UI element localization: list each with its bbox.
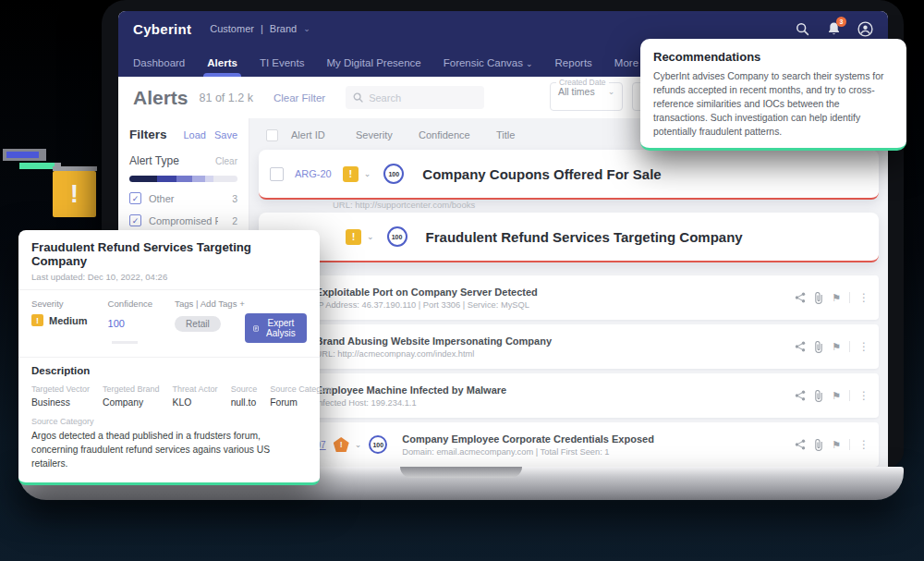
nav-dashboard[interactable]: Dashboard (133, 57, 185, 77)
confidence-ring: 100 (383, 164, 404, 184)
alert-title[interactable]: Exploitable Port on Company Server Detec… (316, 287, 538, 298)
severity-warning-icon: ! (334, 437, 349, 452)
attachment-icon[interactable] (814, 390, 823, 402)
tag-chip-retail[interactable]: Retail (175, 316, 221, 332)
alerts-search[interactable] (346, 86, 484, 109)
field-targeted-vector: Targeted Vector Business (31, 384, 90, 408)
nav-reports[interactable]: Reports (555, 57, 592, 77)
chevron-down-icon: ⌄ (303, 24, 310, 33)
attachment-icon[interactable] (814, 292, 823, 304)
column-title: Title (496, 129, 515, 140)
description-label: Description (31, 365, 307, 376)
alert-row-arg-20[interactable]: ARG-20 ! ⌄ 100 Company Coupons Offered F… (259, 150, 879, 200)
alerts-list: Alert ID Severity Confidence Title ARG-2… (249, 118, 888, 468)
recommendations-body: CyberInt advises Company to search their… (653, 69, 894, 139)
filter-type-other[interactable]: ✓ Other 3 (129, 192, 237, 204)
alert-title[interactable]: Company Coupons Offered For Sale (422, 166, 661, 182)
alert-title[interactable]: Fraudulent Refund Services Targeting Com… (426, 229, 743, 245)
context-separator: | (261, 23, 263, 34)
chevron-down-icon[interactable]: ⌄ (355, 440, 362, 449)
alert-type-label: Alert Type (129, 154, 179, 167)
alert-detail-card: Fraudulent Refund Services Targeting Com… (18, 230, 320, 485)
field-source-category: Source Category Forum (270, 384, 333, 408)
tags-label[interactable]: Tags | Add Tags + (175, 299, 245, 309)
alert-title[interactable]: Company Employee Corporate Credentials E… (402, 433, 654, 445)
filter-type-compromised-pii[interactable]: ✓ Compromised PII 2 (129, 214, 237, 226)
confidence-value: 100 (108, 318, 125, 329)
checkbox-checked[interactable]: ✓ (129, 192, 141, 204)
alert-subtitle: Infected Host: 199.234.1.1 (316, 398, 507, 408)
chevron-down-icon: ⌄ (608, 87, 615, 96)
share-icon[interactable] (795, 390, 806, 401)
flag-icon[interactable]: ⚑ (832, 292, 841, 304)
kebab-menu-icon[interactable]: ⋮ (858, 389, 869, 402)
alert-title[interactable]: Brand Abusing Website Impersonating Comp… (316, 335, 552, 347)
chevron-down-icon[interactable]: ⌄ (367, 232, 374, 241)
severity-warning-icon: ! (343, 166, 359, 182)
alert-title[interactable]: Employee Machine Infected by Malware (316, 384, 507, 396)
chevron-down-icon[interactable]: ⌄ (364, 169, 371, 178)
alert-subtitle: Domain: email.acmecompany.com | Total Fi… (402, 447, 654, 457)
search-input[interactable] (369, 92, 470, 104)
nav-alerts[interactable]: Alerts (207, 57, 237, 77)
clear-filter-link[interactable]: Clear Filter (274, 92, 325, 104)
confidence-label: Confidence (108, 299, 153, 309)
nav-my-digital-presence[interactable]: My Digital Presence (326, 57, 420, 77)
severity-value: Medium (49, 315, 88, 326)
nav-ti-events[interactable]: TI Events (260, 57, 305, 77)
brand-label[interactable]: Brand (270, 23, 297, 34)
alert-type-clear-link[interactable]: Clear (215, 156, 237, 166)
flag-icon[interactable]: ⚑ (832, 390, 841, 402)
share-icon[interactable] (795, 341, 806, 352)
save-filters-link[interactable]: Save (214, 129, 237, 140)
customer-label[interactable]: Customer (210, 23, 254, 34)
attachment-icon[interactable] (814, 439, 823, 451)
alerts-count: 81 of 1.2 k (200, 91, 253, 104)
field-source: Source null.to (231, 384, 258, 408)
search-icon[interactable] (794, 20, 810, 37)
expert-analysis-button[interactable]: Expert Aalysis (245, 313, 307, 343)
flag-icon[interactable]: ⚑ (832, 439, 841, 451)
severity-label: Severity (31, 299, 88, 309)
alert-row-brand-abusing[interactable]: ⌄ 100 Brand Abusing Website Impersonatin… (259, 324, 879, 369)
decoration-green-fill (19, 163, 55, 169)
search-icon (353, 92, 363, 103)
column-severity: Severity (356, 129, 419, 140)
alert-subtitle: IP Address: 46.37.190.110 | Port 3306 | … (316, 300, 538, 310)
created-date-select[interactable]: Created Date All times⌄ (550, 82, 623, 111)
chevron-down-icon: ⌄ (526, 59, 533, 68)
checkbox-checked[interactable]: ✓ (129, 214, 141, 226)
select-all-checkbox[interactable] (266, 129, 278, 141)
recommendations-card: Recommendations CyberInt advises Company… (640, 39, 906, 151)
column-confidence: Confidence (419, 129, 496, 140)
kebab-menu-icon[interactable]: ⋮ (858, 291, 869, 304)
confidence-ring: 100 (369, 435, 387, 454)
context-switcher[interactable]: Customer | Brand ⌄ (210, 23, 310, 34)
notifications-bell-icon[interactable]: 3 (825, 20, 842, 37)
alert-row-arg-407[interactable]: ARG-407 ! ⌄ 100 Company Employee Corpora… (259, 422, 879, 467)
attachment-icon[interactable] (814, 341, 823, 353)
alert-exclamation-icon: ! (53, 171, 96, 217)
alert-id-link[interactable]: ARG-20 (295, 168, 332, 179)
created-date-label: Created Date (556, 78, 609, 87)
alert-subtitle: URL: http://supportcenter.com/books (333, 200, 475, 210)
kebab-menu-icon[interactable]: ⋮ (858, 438, 869, 451)
user-avatar-icon[interactable] (857, 20, 873, 37)
flag-icon[interactable]: ⚑ (832, 341, 841, 353)
load-filters-link[interactable]: Load (183, 129, 205, 140)
field-targeted-brand: Tergeted Brand Company (103, 384, 160, 408)
alert-subtitle: URL: http://acmecompnay.com/index.html (316, 349, 552, 359)
alert-row-exploitable-port[interactable]: ⌄ 100 Exploitable Port on Company Server… (259, 275, 879, 320)
nav-forensic-canvas[interactable]: Forensic Canvas⌄ (444, 57, 533, 77)
kebab-menu-icon[interactable]: ⋮ (858, 340, 869, 353)
alert-row-employee-machine[interactable]: ⌄ 100 Employee Machine Infected by Malwa… (259, 373, 879, 418)
row-checkbox[interactable] (270, 167, 284, 181)
detail-description-text: Argos detected a thead published in a fr… (31, 430, 307, 471)
share-icon[interactable] (795, 439, 806, 450)
decoration-blue-bar (6, 152, 39, 158)
field-threat-actor: Threat Actor KLO (173, 384, 218, 408)
laptop-notch (400, 467, 522, 478)
alert-row-fraudulent-refund[interactable]: ! ⌄ 100 Fraudulent Refund Services Targe… (259, 213, 879, 262)
notification-count-badge: 3 (836, 17, 846, 27)
share-icon[interactable] (795, 292, 806, 303)
